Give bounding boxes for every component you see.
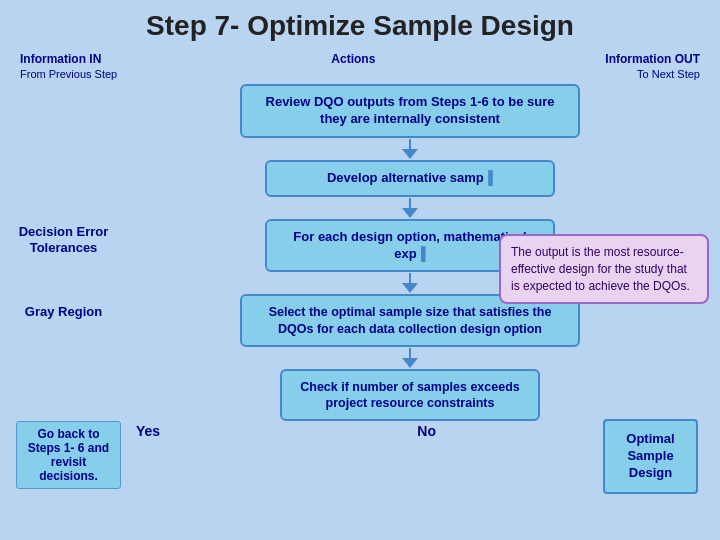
actions-label: Actions bbox=[331, 52, 375, 66]
gray-region-label: Gray Region bbox=[16, 304, 111, 320]
step5-box: Check if number of samples exceeds proje… bbox=[280, 369, 540, 422]
step1-box: Review DQO outputs from Steps 1-6 to be … bbox=[240, 84, 580, 138]
step2-box: Develop alternative samp▐ bbox=[265, 160, 555, 197]
callout-box: The output is the most resource-effectiv… bbox=[499, 234, 709, 304]
info-in-label: Information IN bbox=[20, 52, 101, 66]
to-next-label: To Next Step bbox=[637, 68, 700, 80]
optimal-sample-box: Optimal Sample Design bbox=[603, 419, 698, 494]
no-label: No bbox=[417, 423, 436, 439]
yes-label: Yes bbox=[136, 423, 160, 439]
go-back-box: Go back to Steps 1- 6 and revisit decisi… bbox=[16, 421, 121, 489]
page-title: Step 7- Optimize Sample Design bbox=[0, 0, 720, 50]
decision-error-label: Decision Error Tolerances bbox=[16, 224, 111, 255]
info-out-label: Information OUT bbox=[605, 52, 700, 66]
from-prev-label: From Previous Step bbox=[20, 68, 117, 80]
